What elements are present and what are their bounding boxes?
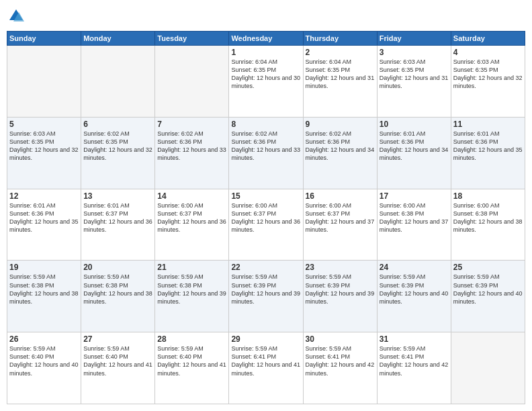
- calendar-cell: 25 Sunrise: 5:59 AM Sunset: 6:39 PM Dayl…: [451, 261, 525, 332]
- day-number: 17: [380, 191, 449, 201]
- sunrise-label: Sunrise: 5:59 AM: [83, 345, 130, 352]
- daylight-label: Daylight: 12 hours and 35 minutes.: [453, 146, 523, 161]
- day-number: 25: [453, 263, 523, 272]
- sunrise-label: Sunrise: 5:59 AM: [380, 345, 426, 352]
- day-info: Sunrise: 5:59 AM Sunset: 6:40 PM Dayligh…: [157, 345, 226, 377]
- calendar-cell: 17 Sunrise: 6:00 AM Sunset: 6:38 PM Dayl…: [377, 189, 451, 261]
- calendar-cell: [451, 332, 525, 404]
- weekday-header-row: SundayMondayTuesdayWednesdayThursdayFrid…: [7, 32, 525, 46]
- daylight-label: Daylight: 12 hours and 34 minutes.: [380, 146, 449, 161]
- day-number: 22: [231, 263, 300, 272]
- daylight-label: Daylight: 12 hours and 41 minutes.: [83, 361, 152, 376]
- header: [7, 7, 525, 26]
- day-number: 15: [231, 191, 300, 201]
- weekday-header-monday: Monday: [81, 32, 155, 46]
- daylight-label: Daylight: 12 hours and 38 minutes.: [9, 290, 79, 305]
- calendar-cell: 30 Sunrise: 5:59 AM Sunset: 6:41 PM Dayl…: [303, 332, 377, 404]
- calendar-cell: 8 Sunrise: 6:02 AM Sunset: 6:36 PM Dayli…: [229, 117, 303, 189]
- day-number: 24: [380, 263, 449, 272]
- calendar-cell: 13 Sunrise: 6:01 AM Sunset: 6:37 PM Dayl…: [81, 189, 155, 261]
- daylight-label: Daylight: 12 hours and 39 minutes.: [231, 290, 300, 305]
- calendar-cell: 18 Sunrise: 6:00 AM Sunset: 6:38 PM Dayl…: [451, 189, 525, 261]
- calendar-week-row: 26 Sunrise: 5:59 AM Sunset: 6:40 PM Dayl…: [7, 332, 525, 404]
- day-info: Sunrise: 6:00 AM Sunset: 6:37 PM Dayligh…: [157, 201, 226, 234]
- daylight-label: Daylight: 12 hours and 31 minutes.: [306, 75, 375, 89]
- day-number: 26: [9, 334, 79, 344]
- sunset-label: Sunset: 6:35 PM: [380, 66, 425, 73]
- sunset-label: Sunset: 6:39 PM: [453, 282, 498, 289]
- calendar-cell: 23 Sunrise: 5:59 AM Sunset: 6:39 PM Dayl…: [303, 261, 377, 332]
- sunrise-label: Sunrise: 6:00 AM: [157, 202, 204, 209]
- calendar-cell: 31 Sunrise: 5:59 AM Sunset: 6:41 PM Dayl…: [377, 332, 451, 404]
- weekday-header-tuesday: Tuesday: [155, 32, 229, 46]
- calendar-cell: 24 Sunrise: 5:59 AM Sunset: 6:39 PM Dayl…: [377, 261, 451, 332]
- sunset-label: Sunset: 6:37 PM: [157, 210, 202, 217]
- sunset-label: Sunset: 6:38 PM: [83, 282, 128, 289]
- daylight-label: Daylight: 12 hours and 42 minutes.: [306, 361, 375, 376]
- sunrise-label: Sunrise: 6:03 AM: [9, 130, 56, 137]
- sunset-label: Sunset: 6:36 PM: [453, 138, 498, 145]
- daylight-label: Daylight: 12 hours and 37 minutes.: [306, 218, 375, 233]
- sunrise-label: Sunrise: 6:02 AM: [231, 130, 277, 137]
- sunset-label: Sunset: 6:40 PM: [9, 353, 54, 360]
- sunrise-label: Sunrise: 5:59 AM: [157, 273, 204, 280]
- calendar-week-row: 19 Sunrise: 5:59 AM Sunset: 6:38 PM Dayl…: [7, 261, 525, 332]
- sunset-label: Sunset: 6:35 PM: [9, 138, 54, 145]
- sunset-label: Sunset: 6:36 PM: [306, 138, 351, 145]
- day-number: 13: [83, 191, 152, 201]
- daylight-label: Daylight: 12 hours and 42 minutes.: [380, 361, 449, 376]
- daylight-label: Daylight: 12 hours and 39 minutes.: [306, 290, 375, 305]
- sunset-label: Sunset: 6:38 PM: [453, 210, 498, 217]
- daylight-label: Daylight: 12 hours and 32 minutes.: [9, 146, 79, 161]
- weekday-header-friday: Friday: [377, 32, 451, 46]
- day-info: Sunrise: 6:02 AM Sunset: 6:35 PM Dayligh…: [83, 130, 152, 163]
- day-info: Sunrise: 5:59 AM Sunset: 6:39 PM Dayligh…: [231, 273, 300, 306]
- logo: [7, 7, 28, 26]
- weekday-header-thursday: Thursday: [303, 32, 377, 46]
- calendar-week-row: 12 Sunrise: 6:01 AM Sunset: 6:36 PM Dayl…: [7, 189, 525, 261]
- calendar-cell: 28 Sunrise: 5:59 AM Sunset: 6:40 PM Dayl…: [155, 332, 229, 404]
- daylight-label: Daylight: 12 hours and 36 minutes.: [83, 218, 152, 233]
- calendar-table: SundayMondayTuesdayWednesdayThursdayFrid…: [7, 31, 525, 404]
- day-info: Sunrise: 6:01 AM Sunset: 6:37 PM Dayligh…: [83, 201, 152, 234]
- sunset-label: Sunset: 6:36 PM: [9, 210, 54, 217]
- sunrise-label: Sunrise: 5:59 AM: [83, 273, 130, 280]
- day-info: Sunrise: 6:00 AM Sunset: 6:38 PM Dayligh…: [453, 201, 523, 234]
- sunrise-label: Sunrise: 6:04 AM: [231, 58, 277, 65]
- day-info: Sunrise: 6:01 AM Sunset: 6:36 PM Dayligh…: [380, 130, 449, 163]
- sunset-label: Sunset: 6:39 PM: [380, 282, 425, 289]
- logo-icon: [7, 7, 26, 26]
- calendar-cell: 21 Sunrise: 5:59 AM Sunset: 6:38 PM Dayl…: [155, 261, 229, 332]
- weekday-header-sunday: Sunday: [7, 32, 81, 46]
- day-info: Sunrise: 5:59 AM Sunset: 6:39 PM Dayligh…: [380, 273, 449, 306]
- calendar-cell: 20 Sunrise: 5:59 AM Sunset: 6:38 PM Dayl…: [81, 261, 155, 332]
- day-info: Sunrise: 6:02 AM Sunset: 6:36 PM Dayligh…: [306, 130, 375, 163]
- sunrise-label: Sunrise: 6:01 AM: [83, 202, 130, 209]
- day-number: 28: [157, 334, 226, 344]
- daylight-label: Daylight: 12 hours and 40 minutes.: [380, 290, 449, 305]
- day-info: Sunrise: 5:59 AM Sunset: 6:41 PM Dayligh…: [380, 345, 449, 377]
- weekday-header-wednesday: Wednesday: [229, 32, 303, 46]
- calendar-cell: 15 Sunrise: 6:00 AM Sunset: 6:37 PM Dayl…: [229, 189, 303, 261]
- calendar-cell: 29 Sunrise: 5:59 AM Sunset: 6:41 PM Dayl…: [229, 332, 303, 404]
- daylight-label: Daylight: 12 hours and 40 minutes.: [9, 361, 79, 376]
- sunset-label: Sunset: 6:37 PM: [231, 210, 276, 217]
- calendar-cell: 9 Sunrise: 6:02 AM Sunset: 6:36 PM Dayli…: [303, 117, 377, 189]
- sunrise-label: Sunrise: 6:01 AM: [453, 130, 500, 137]
- day-number: 14: [157, 191, 226, 201]
- day-info: Sunrise: 6:02 AM Sunset: 6:36 PM Dayligh…: [231, 130, 300, 163]
- day-info: Sunrise: 6:00 AM Sunset: 6:37 PM Dayligh…: [306, 201, 375, 234]
- calendar-cell: [7, 46, 81, 118]
- day-number: 29: [231, 334, 300, 344]
- day-number: 11: [453, 120, 523, 129]
- day-number: 10: [380, 120, 449, 129]
- day-info: Sunrise: 6:04 AM Sunset: 6:35 PM Dayligh…: [231, 58, 300, 91]
- day-number: 1: [231, 48, 300, 57]
- sunrise-label: Sunrise: 5:59 AM: [157, 345, 204, 352]
- page: SundayMondayTuesdayWednesdayThursdayFrid…: [0, 0, 532, 411]
- sunrise-label: Sunrise: 6:02 AM: [306, 130, 352, 137]
- day-info: Sunrise: 5:59 AM Sunset: 6:40 PM Dayligh…: [9, 345, 79, 377]
- calendar-cell: 5 Sunrise: 6:03 AM Sunset: 6:35 PM Dayli…: [7, 117, 81, 189]
- calendar-cell: 6 Sunrise: 6:02 AM Sunset: 6:35 PM Dayli…: [81, 117, 155, 189]
- day-number: 19: [9, 263, 79, 272]
